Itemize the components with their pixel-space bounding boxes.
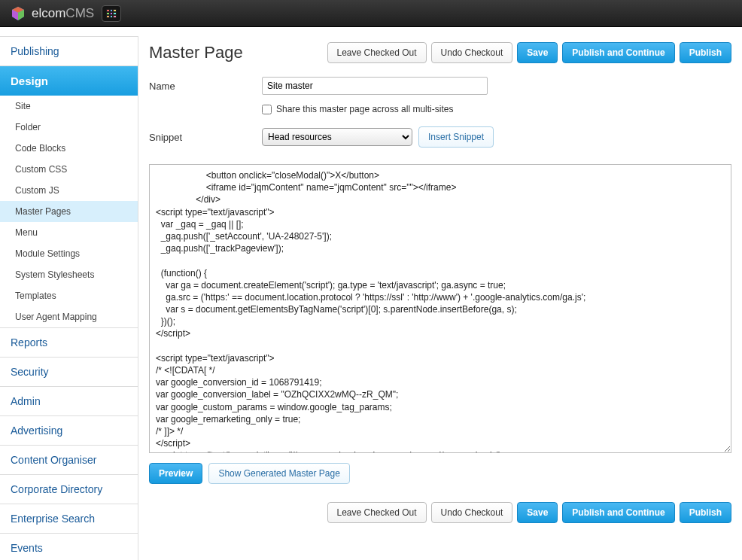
publish-continue-button-bottom[interactable]: Publish and Continue	[562, 502, 674, 523]
sidebar-section-design[interactable]: Design	[0, 66, 138, 96]
publish-button[interactable]: Publish	[680, 42, 731, 63]
snippet-select[interactable]: Head resources	[262, 128, 412, 146]
content-area: Master Page Leave Checked Out Undo Check…	[138, 36, 742, 560]
sidebar-section-events[interactable]: Events	[0, 534, 138, 560]
share-checkbox[interactable]	[262, 105, 272, 114]
toolbar-top: Leave Checked Out Undo Checkout Save Pub…	[327, 42, 732, 63]
sidebar-item-master-pages[interactable]: Master Pages	[0, 201, 138, 222]
sidebar-item-code-blocks[interactable]: Code Blocks	[0, 138, 138, 159]
topbar: elcomCMS	[0, 0, 742, 27]
save-button[interactable]: Save	[517, 42, 558, 63]
sidebar-section-admin[interactable]: Admin	[0, 387, 138, 415]
sidebar-item-custom-js[interactable]: Custom JS	[0, 180, 138, 201]
code-textarea[interactable]	[149, 164, 731, 453]
sidebar-section-content-organiser[interactable]: Content Organiser	[0, 446, 138, 474]
name-input[interactable]	[262, 77, 488, 95]
sidebar-item-folder[interactable]: Folder	[0, 117, 138, 138]
save-button-bottom[interactable]: Save	[517, 502, 558, 523]
publish-continue-button[interactable]: Publish and Continue	[562, 42, 674, 63]
sidebar-section-reports[interactable]: Reports	[0, 328, 138, 357]
sidebar-section-security[interactable]: Security	[0, 358, 138, 386]
undo-checkout-button[interactable]: Undo Checkout	[431, 42, 513, 63]
toolbar-bottom: Leave Checked Out Undo Checkout Save Pub…	[149, 502, 731, 523]
sidebar-item-custom-css[interactable]: Custom CSS	[0, 159, 138, 180]
sidebar-section-publishing[interactable]: Publishing	[0, 37, 138, 65]
undo-checkout-button-bottom[interactable]: Undo Checkout	[431, 502, 513, 523]
snippet-label: Snippet	[149, 132, 262, 143]
page-title: Master Page	[149, 43, 243, 62]
share-label: Share this master page across all multi-…	[276, 104, 453, 114]
sidebar-item-templates[interactable]: Templates	[0, 285, 138, 306]
sidebar-item-menu[interactable]: Menu	[0, 222, 138, 243]
brand-text: elcomCMS	[32, 6, 94, 21]
leave-checked-out-button[interactable]: Leave Checked Out	[327, 42, 427, 63]
publish-button-bottom[interactable]: Publish	[680, 502, 731, 523]
sidebar-item-site[interactable]: Site	[0, 96, 138, 117]
name-label: Name	[149, 81, 262, 92]
logo-cube-icon	[11, 6, 26, 21]
sidebar-section-corporate-directory[interactable]: Corporate Directory	[0, 475, 138, 504]
leave-checked-out-button-bottom[interactable]: Leave Checked Out	[327, 502, 427, 523]
sidebar: PublishingDesignSiteFolderCode BlocksCus…	[0, 36, 138, 560]
app-grid-icon[interactable]	[102, 5, 121, 22]
sidebar-item-user-agent-mapping[interactable]: User Agent Mapping	[0, 306, 138, 327]
insert-snippet-button[interactable]: Insert Snippet	[418, 126, 494, 148]
sidebar-section-advertising[interactable]: Advertising	[0, 416, 138, 445]
sidebar-item-module-settings[interactable]: Module Settings	[0, 243, 138, 264]
sidebar-section-enterprise-search[interactable]: Enterprise Search	[0, 504, 138, 533]
sidebar-item-system-stylesheets[interactable]: System Stylesheets	[0, 264, 138, 285]
show-generated-button[interactable]: Show Generated Master Page	[208, 463, 349, 484]
preview-button[interactable]: Preview	[149, 463, 202, 484]
